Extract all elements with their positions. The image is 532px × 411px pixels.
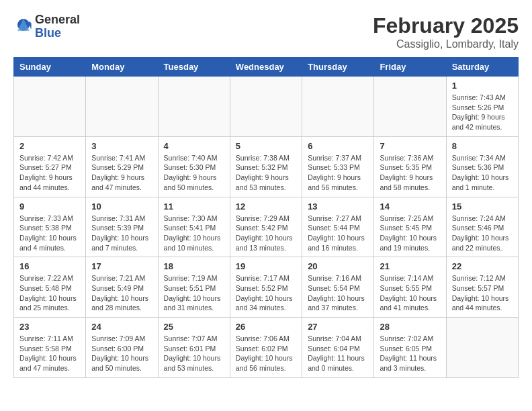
calendar-cell: 1Sunrise: 7:43 AMSunset: 5:26 PMDaylight… [446,77,518,137]
day-number: 4 [164,141,224,151]
weekday-header: Friday [374,58,446,77]
day-number: 27 [308,322,368,332]
day-info: Sunrise: 7:22 AMSunset: 5:48 PMDaylight:… [19,273,80,313]
day-info: Sunrise: 7:21 AMSunset: 5:49 PMDaylight:… [91,273,152,313]
logo-general: General [35,13,80,27]
calendar-cell: 11Sunrise: 7:30 AMSunset: 5:41 PMDayligh… [158,197,230,257]
weekday-header: Wednesday [230,58,302,77]
day-info: Sunrise: 7:12 AMSunset: 5:57 PMDaylight:… [452,273,513,313]
day-info: Sunrise: 7:19 AMSunset: 5:51 PMDaylight:… [164,273,224,313]
day-info: Sunrise: 7:41 AMSunset: 5:29 PMDaylight:… [91,153,152,193]
weekday-header-row: SundayMondayTuesdayWednesdayThursdayFrid… [14,58,519,77]
calendar-cell: 10Sunrise: 7:31 AMSunset: 5:39 PMDayligh… [86,197,158,257]
day-number: 20 [308,261,368,271]
header: General Blue February 2025 Cassiglio, Lo… [13,13,519,50]
day-info: Sunrise: 7:31 AMSunset: 5:39 PMDaylight:… [91,214,152,253]
weekday-header: Sunday [14,58,86,77]
day-number: 15 [452,201,513,212]
day-number: 7 [380,141,440,151]
day-number: 12 [236,201,296,212]
logo-icon [13,17,34,37]
day-number: 19 [236,261,296,271]
calendar-cell: 19Sunrise: 7:17 AMSunset: 5:52 PMDayligh… [230,257,302,318]
calendar-cell: 16Sunrise: 7:22 AMSunset: 5:48 PMDayligh… [14,257,86,318]
calendar-cell: 5Sunrise: 7:38 AMSunset: 5:32 PMDaylight… [230,136,302,197]
calendar-cell: 15Sunrise: 7:24 AMSunset: 5:46 PMDayligh… [446,197,518,257]
week-row: 23Sunrise: 7:11 AMSunset: 5:58 PMDayligh… [14,318,519,378]
calendar-cell: 28Sunrise: 7:02 AMSunset: 6:05 PMDayligh… [374,318,446,378]
weekday-header: Saturday [446,58,518,77]
day-info: Sunrise: 7:30 AMSunset: 5:41 PMDaylight:… [164,214,224,253]
day-info: Sunrise: 7:16 AMSunset: 5:54 PMDaylight:… [308,273,368,313]
calendar-cell: 27Sunrise: 7:04 AMSunset: 6:04 PMDayligh… [302,318,374,378]
calendar-cell [230,77,302,137]
calendar-cell: 2Sunrise: 7:42 AMSunset: 5:27 PMDaylight… [14,136,86,197]
day-number: 24 [91,322,152,332]
weekday-header: Monday [86,58,158,77]
day-number: 16 [19,261,80,271]
calendar-cell [86,77,158,137]
calendar-cell: 9Sunrise: 7:33 AMSunset: 5:38 PMDaylight… [14,197,86,257]
day-number: 26 [236,322,296,332]
day-number: 25 [164,322,224,332]
calendar-cell: 13Sunrise: 7:27 AMSunset: 5:44 PMDayligh… [302,197,374,257]
day-number: 8 [452,141,513,151]
day-info: Sunrise: 7:25 AMSunset: 5:45 PMDaylight:… [380,214,440,253]
calendar-cell: 24Sunrise: 7:09 AMSunset: 6:00 PMDayligh… [86,318,158,378]
month-title: February 2025 [373,13,519,38]
day-info: Sunrise: 7:42 AMSunset: 5:27 PMDaylight:… [19,153,80,193]
calendar-cell [158,77,230,137]
calendar-cell [14,77,86,137]
day-info: Sunrise: 7:34 AMSunset: 5:36 PMDaylight:… [452,153,513,193]
day-info: Sunrise: 7:06 AMSunset: 6:02 PMDaylight:… [236,334,296,373]
week-row: 2Sunrise: 7:42 AMSunset: 5:27 PMDaylight… [14,136,519,197]
day-number: 1 [452,81,513,91]
calendar-cell: 3Sunrise: 7:41 AMSunset: 5:29 PMDaylight… [86,136,158,197]
week-row: 16Sunrise: 7:22 AMSunset: 5:48 PMDayligh… [14,257,519,318]
day-number: 11 [164,201,224,212]
day-info: Sunrise: 7:33 AMSunset: 5:38 PMDaylight:… [19,214,80,253]
week-row: 9Sunrise: 7:33 AMSunset: 5:38 PMDaylight… [14,197,519,257]
day-info: Sunrise: 7:04 AMSunset: 6:04 PMDaylight:… [308,334,368,373]
day-info: Sunrise: 7:17 AMSunset: 5:52 PMDaylight:… [236,273,296,313]
calendar: SundayMondayTuesdayWednesdayThursdayFrid… [13,57,519,378]
day-number: 23 [19,322,80,332]
day-info: Sunrise: 7:14 AMSunset: 5:55 PMDaylight:… [380,273,440,313]
calendar-cell: 8Sunrise: 7:34 AMSunset: 5:36 PMDaylight… [446,136,518,197]
calendar-cell: 26Sunrise: 7:06 AMSunset: 6:02 PMDayligh… [230,318,302,378]
day-info: Sunrise: 7:43 AMSunset: 5:26 PMDaylight:… [452,93,513,132]
weekday-header: Thursday [302,58,374,77]
logo-blue: Blue [35,27,80,40]
day-number: 10 [91,201,152,212]
calendar-cell: 23Sunrise: 7:11 AMSunset: 5:58 PMDayligh… [14,318,86,378]
day-number: 18 [164,261,224,271]
weekday-header: Tuesday [158,58,230,77]
day-number: 6 [308,141,368,151]
logo-text: General Blue [35,13,80,40]
calendar-cell [302,77,374,137]
calendar-cell: 18Sunrise: 7:19 AMSunset: 5:51 PMDayligh… [158,257,230,318]
day-number: 13 [308,201,368,212]
day-number: 21 [380,261,440,271]
logo: General Blue [13,13,80,40]
day-info: Sunrise: 7:09 AMSunset: 6:00 PMDaylight:… [91,334,152,373]
calendar-cell: 4Sunrise: 7:40 AMSunset: 5:30 PMDaylight… [158,136,230,197]
day-info: Sunrise: 7:02 AMSunset: 6:05 PMDaylight:… [380,334,440,373]
calendar-cell: 25Sunrise: 7:07 AMSunset: 6:01 PMDayligh… [158,318,230,378]
day-number: 5 [236,141,296,151]
day-info: Sunrise: 7:27 AMSunset: 5:44 PMDaylight:… [308,214,368,253]
day-number: 22 [452,261,513,271]
day-info: Sunrise: 7:38 AMSunset: 5:32 PMDaylight:… [236,153,296,193]
calendar-cell: 6Sunrise: 7:37 AMSunset: 5:33 PMDaylight… [302,136,374,197]
day-info: Sunrise: 7:37 AMSunset: 5:33 PMDaylight:… [308,153,368,193]
day-number: 3 [91,141,152,151]
calendar-cell [446,318,518,378]
location-title: Cassiglio, Lombardy, Italy [373,38,519,50]
day-info: Sunrise: 7:11 AMSunset: 5:58 PMDaylight:… [19,334,80,373]
day-info: Sunrise: 7:29 AMSunset: 5:42 PMDaylight:… [236,214,296,253]
day-info: Sunrise: 7:07 AMSunset: 6:01 PMDaylight:… [164,334,224,373]
week-row: 1Sunrise: 7:43 AMSunset: 5:26 PMDaylight… [14,77,519,137]
calendar-cell: 22Sunrise: 7:12 AMSunset: 5:57 PMDayligh… [446,257,518,318]
day-number: 17 [91,261,152,271]
day-info: Sunrise: 7:40 AMSunset: 5:30 PMDaylight:… [164,153,224,193]
